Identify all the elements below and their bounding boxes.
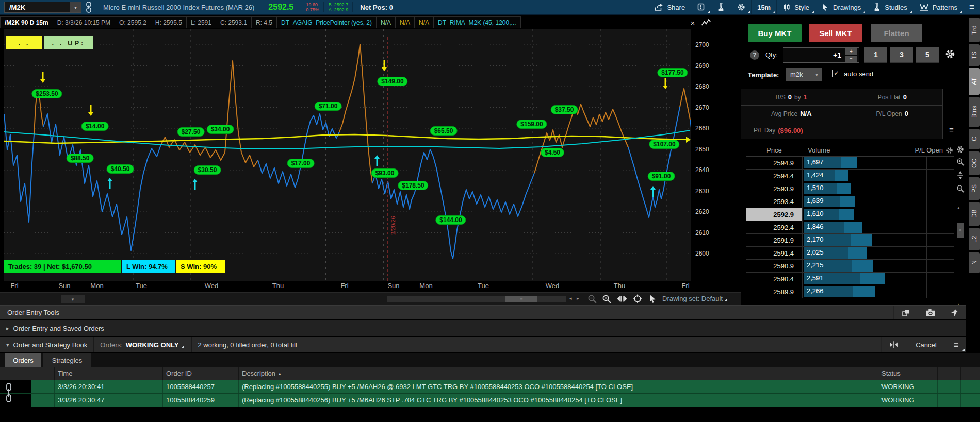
ladder-zoom-out-icon[interactable] <box>956 184 965 193</box>
order-row[interactable]: 3/3/26 20:30:471005588440259(Replacing #… <box>0 394 980 407</box>
ladder-price[interactable]: 2589.9 <box>746 285 803 298</box>
ladder-price[interactable]: 2591.4 <box>746 247 803 259</box>
ladder-row[interactable]: 2593.41,639 <box>746 195 954 208</box>
qty-preset-5[interactable]: 5 <box>916 47 939 63</box>
time-axis[interactable]: FriSunMonTueWedThuFriSunMonTueWedThuFri <box>4 281 691 292</box>
ladder-gear-icon[interactable] <box>946 147 953 154</box>
ladder-price[interactable]: 2591.9 <box>746 234 803 246</box>
ladder-price[interactable]: 2590.9 <box>746 260 803 272</box>
pan-icon[interactable] <box>617 294 627 303</box>
zoom-out-icon[interactable] <box>587 294 597 303</box>
split-view-icon[interactable] <box>889 341 899 349</box>
scrollbar-handle[interactable]: ≡ <box>505 296 537 302</box>
ladder-price[interactable]: 2594.9 <box>746 157 803 169</box>
ladder-volume-cell[interactable]: 1,639 <box>803 195 954 208</box>
ladder-row[interactable]: 2592.91,610 <box>746 208 954 221</box>
studies-button[interactable]: Studies <box>867 0 912 14</box>
scroll-right-icon[interactable]: ▸ <box>577 296 579 301</box>
alerts-button[interactable] <box>691 0 711 14</box>
qty-preset-3[interactable]: 3 <box>890 47 913 63</box>
book-menu-icon[interactable]: ≡ <box>954 341 958 349</box>
ladder-volume-cell[interactable]: 1,697 <box>803 157 954 169</box>
timeframe-button[interactable]: 15m <box>751 0 776 14</box>
crosshair-icon[interactable] <box>632 294 643 303</box>
side-tab-btns[interactable]: Btns <box>969 97 980 127</box>
col-time[interactable]: Time <box>54 367 162 380</box>
ladder-row[interactable]: 2593.91,510 <box>746 182 954 195</box>
chart-line-icon[interactable] <box>700 18 712 27</box>
col-order-id[interactable]: Order ID <box>162 367 238 380</box>
chart-scrollbar[interactable]: ≡ <box>387 296 566 302</box>
scroll-left-icon[interactable]: ◂ <box>569 296 572 301</box>
buy-market-button[interactable]: Buy MKT <box>748 24 802 42</box>
price-axis[interactable]: 2700269026802670266026502640263026202610… <box>692 29 737 281</box>
side-tab-trd[interactable]: Trd <box>969 18 980 42</box>
order-entry-saved-orders-bar[interactable]: ▸ Order Entry and Saved Orders <box>0 320 966 336</box>
orders-filter-value[interactable]: WORKING ONLY <box>126 341 185 349</box>
ladder-row[interactable]: 2589.92,266 <box>746 285 954 298</box>
ladder-row[interactable]: 2590.42,591 <box>746 273 954 285</box>
help-icon[interactable]: ? <box>750 50 759 60</box>
qty-gear-icon[interactable] <box>945 49 955 59</box>
qty-increase-button[interactable]: + <box>845 48 857 55</box>
side-tab-oc[interactable]: OC <box>969 151 980 175</box>
price-chart[interactable]: . .. . UP:Trades: 39 | Net: $1,670.50L W… <box>4 29 691 281</box>
detach-icon[interactable] <box>901 309 910 317</box>
ladder-price[interactable]: 2594.4 <box>746 170 803 182</box>
template-select[interactable]: m2k ▾ <box>786 68 822 81</box>
side-tab-db[interactable]: DB <box>969 202 980 226</box>
ladder-price[interactable]: 2590.4 <box>746 273 803 285</box>
side-tab-l2[interactable]: L2 <box>969 228 980 250</box>
side-tab-n[interactable]: N <box>969 252 980 273</box>
ladder-volume-cell[interactable]: 1,846 <box>803 221 954 233</box>
ladder-zoom-in-icon[interactable] <box>956 158 965 166</box>
ladder-volume-cell[interactable]: 2,215 <box>803 260 954 272</box>
side-tab-ts[interactable]: TS <box>969 44 980 66</box>
ladder-scroll-up-icon[interactable]: ▴ <box>957 205 960 210</box>
side-tab-ps[interactable]: PS <box>969 177 980 200</box>
patterns-button[interactable]: Patterns <box>913 0 963 14</box>
cancel-button[interactable]: Cancel <box>916 341 936 349</box>
share-button[interactable]: Share <box>648 0 691 14</box>
ladder-center-icon[interactable] <box>956 171 965 179</box>
ladder-volume-cell[interactable]: 2,025 <box>803 247 954 259</box>
side-tab-at[interactable]: AT <box>969 68 980 95</box>
ladder-volume-cell[interactable]: 2,170 <box>803 234 954 246</box>
expand-icon[interactable]: ▸ <box>6 325 9 332</box>
ladder-price[interactable]: 2592.9 <box>746 208 803 221</box>
order-strategy-book-bar[interactable]: ▾ Order and Strategy Book Orders: WORKIN… <box>0 337 966 352</box>
order-entry-tools-bar[interactable]: Order Entry Tools <box>0 305 966 319</box>
ladder-price[interactable]: 2593.9 <box>746 182 803 195</box>
side-tab-c[interactable]: C <box>969 129 980 149</box>
sell-market-button[interactable]: Sell MKT <box>809 24 862 42</box>
flatten-button[interactable]: Flatten <box>871 24 922 42</box>
pointer-icon[interactable] <box>648 294 658 303</box>
symbol-input[interactable]: /M2K ▾ <box>4 2 81 13</box>
col-status[interactable]: Status <box>878 367 937 380</box>
ladder-price[interactable]: 2593.4 <box>746 195 803 208</box>
zoom-in-icon[interactable] <box>601 294 612 303</box>
qty-preset-1[interactable]: 1 <box>864 47 887 63</box>
ladder-row[interactable]: 2591.92,170 <box>746 234 954 247</box>
col-description[interactable]: Description▴ <box>238 367 878 380</box>
tab-orders[interactable]: Orders <box>5 353 41 367</box>
analysis-button[interactable] <box>711 0 731 14</box>
style-button[interactable]: Style <box>776 0 815 14</box>
tab-strategies[interactable]: Strategies <box>43 353 91 367</box>
symbol-dropdown-icon[interactable]: ▾ <box>70 2 81 12</box>
link-icon[interactable] <box>86 2 92 13</box>
chart-settings-button[interactable] <box>731 0 751 14</box>
pin-icon[interactable] <box>951 309 958 317</box>
ladder-settings-icon[interactable] <box>956 145 965 154</box>
collapse-icon[interactable]: ▾ <box>6 342 9 348</box>
ladder-row[interactable]: 2591.42,025 <box>746 247 954 260</box>
drawing-set-selector[interactable]: Drawing set: Default <box>662 295 728 302</box>
ladder-volume-cell[interactable]: 1,610 <box>803 208 954 221</box>
price-column-header[interactable]: Price <box>746 146 803 154</box>
drawings-button[interactable]: Drawings <box>815 0 867 14</box>
position-menu-icon[interactable]: ≡ <box>949 126 958 134</box>
ladder-price[interactable]: 2592.4 <box>746 221 803 233</box>
ladder-row[interactable]: 2592.41,846 <box>746 221 954 234</box>
chart-canvas[interactable] <box>4 29 691 281</box>
qty-decrease-button[interactable]: − <box>845 56 857 62</box>
